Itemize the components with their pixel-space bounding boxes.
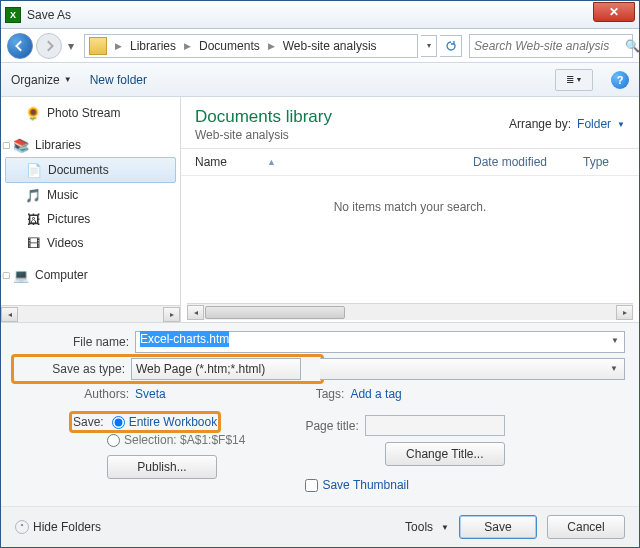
scroll-left-arrow[interactable]: ◂ <box>1 307 18 322</box>
chevron-down-icon: ▼ <box>617 120 625 129</box>
sidebar-item-label: Photo Stream <box>47 106 120 120</box>
save-as-type-label: Save as type: <box>15 362 131 376</box>
change-title-button[interactable]: Change Title... <box>385 442 505 466</box>
search-input[interactable] <box>474 39 625 53</box>
chevron-down-icon[interactable]: ▼ <box>611 336 619 345</box>
nav-forward-button[interactable] <box>36 33 62 59</box>
view-options-button[interactable]: ≣▼ <box>555 69 593 91</box>
empty-message: No items match your search. <box>181 176 639 303</box>
authors-value[interactable]: Sveta <box>135 387 166 401</box>
save-as-dialog: X Save As ✕ ▾ ▶ Libraries ▶ Documents ▶ … <box>0 0 640 548</box>
filename-input[interactable]: Excel-charts.htm <box>135 331 625 353</box>
arrange-by[interactable]: Arrange by: Folder ▼ <box>509 117 625 131</box>
chevron-down-icon: ▼ <box>610 364 618 373</box>
arrange-by-value: Folder <box>577 117 611 131</box>
breadcrumb-item[interactable]: Documents <box>197 39 262 53</box>
library-title: Documents library <box>195 107 509 127</box>
window-title: Save As <box>27 8 593 22</box>
pictures-icon: 🖼 <box>25 211 41 227</box>
search-box[interactable]: 🔍 <box>469 34 633 58</box>
save-as-type-combo-ext[interactable]: ▼ <box>320 358 626 380</box>
save-scope-label: Save: <box>73 415 104 429</box>
radio-entire-workbook[interactable] <box>112 416 125 429</box>
sidebar-item-label: Pictures <box>47 212 90 226</box>
file-list-scrollbar[interactable]: ◂▸ <box>187 303 633 320</box>
nav-history-dropdown[interactable]: ▾ <box>65 36 77 56</box>
search-icon: 🔍 <box>625 39 640 53</box>
save-entire-workbook-row: Save: Entire Workbook <box>73 415 217 429</box>
column-date-modified[interactable]: Date modified <box>473 153 583 171</box>
expand-icon[interactable]: ▢ <box>1 270 11 280</box>
save-as-type-combo[interactable]: Web Page (*.htm;*.html) <box>131 358 301 380</box>
radio-selection-label: Selection: $A$1:$F$14 <box>124 433 245 447</box>
excel-app-icon: X <box>5 7 21 23</box>
column-headers: Name▲ Date modified Type <box>181 149 639 176</box>
save-thumbnail-checkbox[interactable] <box>305 479 318 492</box>
tags-label: Tags: <box>316 387 345 401</box>
breadcrumb[interactable]: ▶ Libraries ▶ Documents ▶ Web-site analy… <box>84 34 418 58</box>
sidebar-item-label: Libraries <box>35 138 81 152</box>
scroll-right-arrow[interactable]: ▸ <box>616 305 633 320</box>
folder-icon <box>89 37 107 55</box>
save-selection-row: Selection: $A$1:$F$14 <box>73 433 245 447</box>
publish-button[interactable]: Publish... <box>107 455 217 479</box>
breadcrumb-dropdown[interactable]: ▾ <box>421 35 437 57</box>
page-title-label: Page title: <box>305 419 358 433</box>
computer-icon: 💻 <box>13 267 29 283</box>
radio-selection[interactable] <box>107 434 120 447</box>
page-title-input[interactable] <box>365 415 505 436</box>
tools-dropdown[interactable]: Tools▼ <box>405 520 449 534</box>
chevron-up-icon: ˄ <box>15 520 29 534</box>
sidebar-item-photo-stream[interactable]: 🌻Photo Stream <box>1 101 180 125</box>
radio-entire-workbook-label: Entire Workbook <box>129 415 217 429</box>
save-options-panel: File name: Excel-charts.htm ▼ Save as ty… <box>1 322 639 506</box>
sidebar-item-pictures[interactable]: 🖼Pictures <box>1 207 180 231</box>
breadcrumb-item[interactable]: Web-site analysis <box>281 39 379 53</box>
save-button[interactable]: Save <box>459 515 537 539</box>
dialog-footer: ˄ Hide Folders Tools▼ Save Cancel <box>1 506 639 547</box>
sidebar-item-computer[interactable]: ▢💻Computer <box>1 263 180 287</box>
chevron-right-icon: ▶ <box>111 41 126 51</box>
nav-back-button[interactable] <box>7 33 33 59</box>
photo-stream-icon: 🌻 <box>25 105 41 121</box>
titlebar: X Save As ✕ <box>1 1 639 29</box>
sort-asc-icon: ▲ <box>267 157 276 167</box>
refresh-button[interactable] <box>440 35 462 57</box>
organize-button[interactable]: Organize▼ <box>11 73 72 87</box>
libraries-icon: 📚 <box>13 137 29 153</box>
hide-folders-button[interactable]: ˄ Hide Folders <box>15 520 101 534</box>
column-name[interactable]: Name▲ <box>195 153 473 171</box>
breadcrumb-item[interactable]: Libraries <box>128 39 178 53</box>
tags-value[interactable]: Add a tag <box>350 387 401 401</box>
sidebar-item-label: Videos <box>47 236 83 250</box>
sidebar-item-label: Documents <box>48 163 109 177</box>
authors-label: Authors: <box>15 387 129 401</box>
sidebar-item-videos[interactable]: 🎞Videos <box>1 231 180 255</box>
sidebar-item-music[interactable]: 🎵Music <box>1 183 180 207</box>
chevron-right-icon: ▶ <box>264 41 279 51</box>
help-button[interactable]: ? <box>611 71 629 89</box>
file-list-pane: Documents library Web-site analysis Arra… <box>181 97 639 322</box>
cancel-button[interactable]: Cancel <box>547 515 625 539</box>
sidebar-item-label: Computer <box>35 268 88 282</box>
arrange-by-label: Arrange by: <box>509 117 571 131</box>
save-thumbnail-label: Save Thumbnail <box>322 478 409 492</box>
close-button[interactable]: ✕ <box>593 2 635 22</box>
documents-icon: 📄 <box>26 162 42 178</box>
scrollbar-thumb[interactable] <box>205 306 345 319</box>
scroll-right-arrow[interactable]: ▸ <box>163 307 180 322</box>
filename-label: File name: <box>15 335 135 349</box>
music-icon: 🎵 <box>25 187 41 203</box>
library-subtitle: Web-site analysis <box>195 128 509 142</box>
expand-icon[interactable]: ▢ <box>1 140 11 150</box>
navigation-sidebar: 🌻Photo Stream ▢📚Libraries 📄Documents 🎵Mu… <box>1 97 181 322</box>
new-folder-button[interactable]: New folder <box>90 73 147 87</box>
sidebar-scrollbar[interactable]: ◂▸ <box>1 305 180 322</box>
sidebar-item-documents[interactable]: 📄Documents <box>5 157 176 183</box>
sidebar-item-libraries[interactable]: ▢📚Libraries <box>1 133 180 157</box>
chevron-right-icon: ▶ <box>180 41 195 51</box>
column-type[interactable]: Type <box>583 153 625 171</box>
scroll-left-arrow[interactable]: ◂ <box>187 305 204 320</box>
sidebar-item-label: Music <box>47 188 78 202</box>
navigation-bar: ▾ ▶ Libraries ▶ Documents ▶ Web-site ana… <box>1 29 639 63</box>
